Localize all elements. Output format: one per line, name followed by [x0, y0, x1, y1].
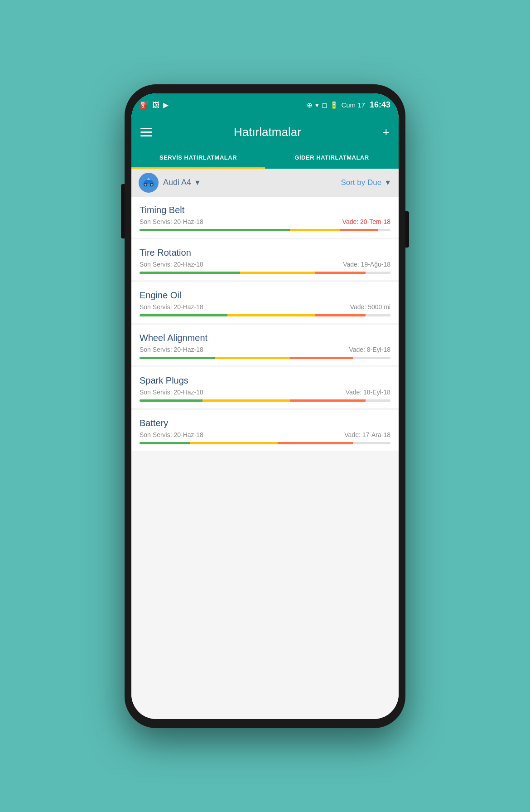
battery-icon: 🔋 — [330, 101, 338, 109]
svg-point-2 — [145, 184, 147, 186]
last-service: Son Servis: 20-Haz-18 — [140, 389, 203, 396]
reminder-title: Engine Oil — [140, 290, 390, 301]
reminder-due: Vade: 5000 mi — [350, 303, 390, 311]
add-circle-icon: ⊕ — [307, 101, 313, 109]
reminder-item[interactable]: Wheel Alignment Son Servis: 20-Haz-18 Va… — [131, 325, 399, 365]
sort-label: Sort by Due — [341, 178, 381, 187]
car-avatar — [139, 173, 159, 193]
progress-bar — [140, 229, 390, 231]
fuel-icon: ⛽ — [140, 101, 149, 109]
progress-bar — [140, 272, 390, 274]
car-dropdown-arrow: ▼ — [194, 179, 201, 187]
reminder-due: Vade: 20-Tem-18 — [342, 218, 390, 225]
tab-bar: SERVİS HATIRLATMALAR GİDER HATIRLATMALAR — [131, 148, 399, 169]
sort-selector[interactable]: Sort by Due ▼ — [341, 178, 391, 187]
app-title: Hatırlatmalar — [234, 125, 301, 139]
reminder-item[interactable]: Spark Plugs Son Servis: 20-Haz-18 Vade: … — [131, 367, 399, 408]
reminder-item[interactable]: Battery Son Servis: 20-Haz-18 Vade: 17-A… — [131, 410, 399, 451]
reminder-meta: Son Servis: 20-Haz-18 Vade: 17-Ara-18 — [140, 431, 390, 438]
progress-bar — [140, 357, 390, 359]
status-icons-right: ⊕ ▾ ◻ 🔋 Cum 17 16:43 — [307, 100, 390, 110]
reminder-item[interactable]: Tire Rotation Son Servis: 20-Haz-18 Vade… — [131, 239, 399, 280]
youtube-icon: ▶ — [163, 101, 169, 109]
reminder-title: Wheel Alignment — [140, 333, 390, 343]
menu-button[interactable] — [140, 128, 152, 136]
filter-bar: Audi A4 ▼ Sort by Due ▼ — [131, 169, 399, 197]
wifi-icon: ▾ — [315, 101, 319, 109]
last-service: Son Servis: 20-Haz-18 — [140, 431, 203, 438]
reminder-meta: Son Servis: 20-Haz-18 Vade: 19-Ağu-18 — [140, 261, 390, 268]
reminder-meta: Son Servis: 20-Haz-18 Vade: 20-Tem-18 — [140, 218, 390, 225]
last-service: Son Servis: 20-Haz-18 — [140, 218, 203, 225]
phone-device: ⛽ 🖼 ▶ ⊕ ▾ ◻ 🔋 Cum 17 16:43 Hatırlatmalar… — [125, 84, 405, 728]
reminder-due: Vade: 17-Ara-18 — [344, 431, 390, 438]
last-service: Son Servis: 20-Haz-18 — [140, 346, 203, 353]
reminder-meta: Son Servis: 20-Haz-18 Vade: 18-Eyl-18 — [140, 389, 390, 396]
reminder-title: Battery — [140, 418, 390, 428]
status-bar: ⛽ 🖼 ▶ ⊕ ▾ ◻ 🔋 Cum 17 16:43 — [131, 93, 399, 117]
car-selector[interactable]: Audi A4 ▼ — [163, 178, 201, 187]
status-icons-left: ⛽ 🖼 ▶ — [140, 101, 169, 109]
image-icon: 🖼 — [152, 101, 159, 109]
add-button[interactable]: + — [383, 125, 390, 139]
reminder-due: Vade: 8-Eyl-18 — [349, 346, 390, 353]
tab-service[interactable]: SERVİS HATIRLATMALAR — [131, 148, 265, 169]
reminder-meta: Son Servis: 20-Haz-18 Vade: 5000 mi — [140, 303, 390, 311]
status-time: 16:43 — [370, 100, 390, 110]
progress-bar — [140, 314, 390, 316]
reminder-title: Spark Plugs — [140, 375, 390, 386]
progress-bar — [140, 442, 390, 444]
last-service: Son Servis: 20-Haz-18 — [140, 303, 203, 311]
reminder-meta: Son Servis: 20-Haz-18 Vade: 8-Eyl-18 — [140, 346, 390, 353]
progress-bar — [140, 399, 390, 402]
sim-icon: ◻ — [322, 101, 327, 109]
reminder-item[interactable]: Engine Oil Son Servis: 20-Haz-18 Vade: 5… — [131, 282, 399, 323]
reminder-item[interactable]: Timing Belt Son Servis: 20-Haz-18 Vade: … — [131, 197, 399, 238]
last-service: Son Servis: 20-Haz-18 — [140, 261, 203, 268]
reminder-list: Timing Belt Son Servis: 20-Haz-18 Vade: … — [131, 197, 399, 719]
tab-expense[interactable]: GİDER HATIRLATMALAR — [265, 148, 399, 169]
sort-dropdown-arrow: ▼ — [384, 179, 391, 187]
reminder-title: Tire Rotation — [140, 248, 390, 258]
top-bar: Hatırlatmalar + — [131, 117, 399, 148]
svg-point-4 — [151, 184, 153, 186]
car-name: Audi A4 — [163, 178, 191, 187]
reminder-due: Vade: 18-Eyl-18 — [346, 389, 390, 396]
reminder-due: Vade: 19-Ağu-18 — [343, 261, 390, 268]
reminder-title: Timing Belt — [140, 205, 390, 215]
phone-screen: ⛽ 🖼 ▶ ⊕ ▾ ◻ 🔋 Cum 17 16:43 Hatırlatmalar… — [131, 93, 399, 719]
status-date: Cum 17 — [341, 101, 365, 109]
